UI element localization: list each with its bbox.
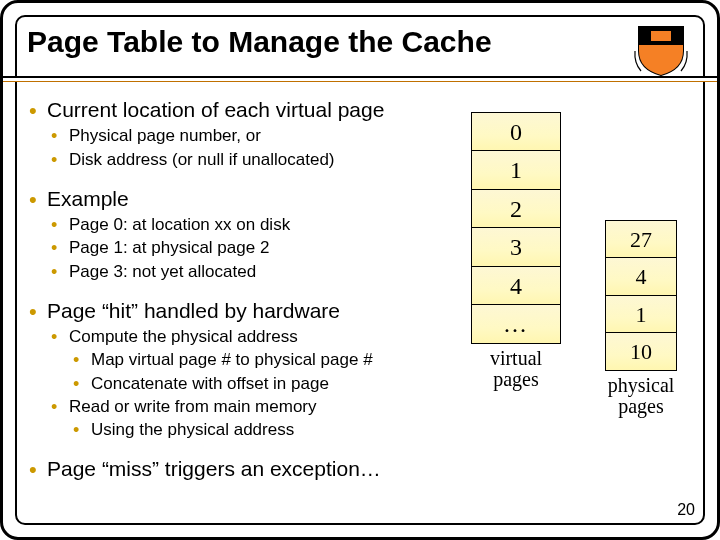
bullet-physical-page-number: Physical page number, or	[51, 125, 454, 146]
title-underline	[3, 76, 717, 82]
page-title: Page Table to Manage the Cache	[27, 25, 607, 58]
vpage-cell: 2	[471, 189, 561, 229]
bullet-page-hit: Page “hit” handled by hardware	[29, 298, 454, 324]
physical-pages-label: physical pages	[605, 375, 677, 417]
label-text: pages	[493, 368, 539, 390]
vpage-cell: 4	[471, 266, 561, 306]
page-number: 20	[677, 501, 695, 519]
bullet-page3: Page 3: not yet allocated	[51, 261, 454, 282]
slide: Page Table to Manage the Cache Current l…	[0, 0, 720, 540]
bullet-disk-address: Disk address (or null if unallocated)	[51, 149, 454, 170]
ppage-cell: 1	[605, 295, 677, 334]
bullet-map-vpage: Map virtual page # to physical page #	[73, 349, 454, 370]
physical-pages-column: 27 4 1 10 physical pages	[605, 221, 677, 417]
label-text: virtual	[490, 347, 542, 369]
bullet-concat-offset: Concatenate with offset in page	[73, 373, 454, 394]
vpage-cell: 0	[471, 112, 561, 152]
bullet-compute-addr: Compute the physical address	[51, 326, 454, 347]
princeton-shield-icon	[633, 21, 689, 77]
label-text: pages	[618, 395, 664, 417]
ppage-cell: 4	[605, 257, 677, 296]
bullet-page0: Page 0: at location xx on disk	[51, 214, 454, 235]
virtual-pages-label: virtual pages	[471, 348, 561, 390]
bullet-current-location: Current location of each virtual page	[29, 97, 454, 123]
virtual-pages-column: 0 1 2 3 4 … virtual pages	[471, 113, 561, 390]
bullet-using-phys: Using the physical address	[73, 419, 454, 440]
ppage-cell: 27	[605, 220, 677, 259]
content-area: Current location of each virtual page Ph…	[29, 91, 454, 483]
bullet-page1: Page 1: at physical page 2	[51, 237, 454, 258]
vpage-cell: 1	[471, 150, 561, 190]
ppage-cell: 10	[605, 332, 677, 371]
vpage-cell: 3	[471, 227, 561, 267]
vpage-cell-ellipsis: …	[471, 304, 561, 344]
bullet-page-miss: Page “miss” triggers an exception…	[29, 456, 454, 482]
svg-rect-0	[651, 31, 671, 41]
bullet-read-write: Read or write from main memory	[51, 396, 454, 417]
bullet-example: Example	[29, 186, 454, 212]
label-text: physical	[608, 374, 675, 396]
